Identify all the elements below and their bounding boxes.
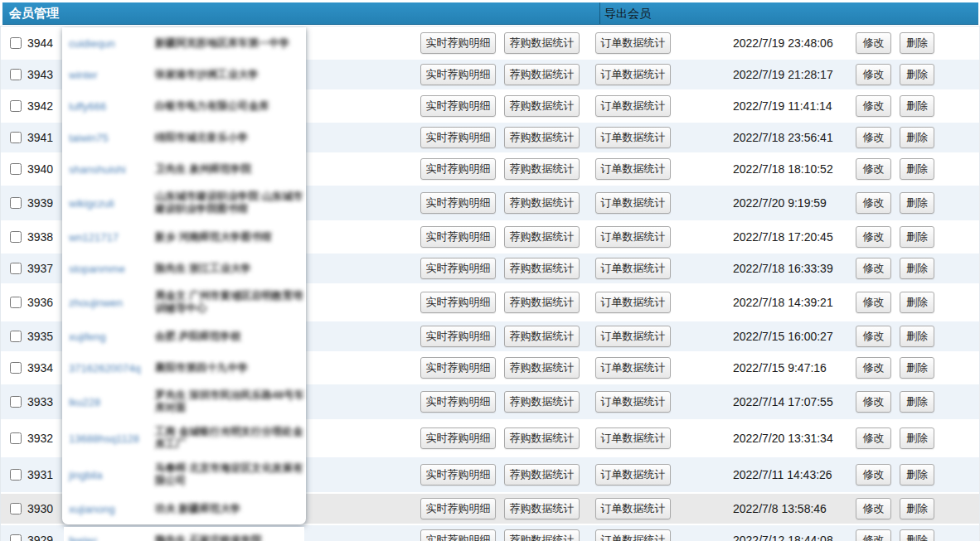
member-username-link[interactable]: zhoujinwen <box>69 297 123 309</box>
purchase-stats-button[interactable]: 荐购数据统计 <box>504 32 580 54</box>
member-username-link[interactable]: winter <box>69 69 98 81</box>
row-checkbox[interactable] <box>10 231 22 243</box>
export-members-button[interactable]: 导出会员 <box>599 2 651 24</box>
row-checkbox[interactable] <box>10 396 22 408</box>
row-checkbox[interactable] <box>10 503 22 514</box>
row-checkbox[interactable] <box>10 197 22 209</box>
delete-button[interactable]: 删除 <box>900 32 934 54</box>
delete-button[interactable]: 删除 <box>900 192 934 214</box>
row-checkbox[interactable] <box>10 534 22 541</box>
member-username-link[interactable]: wn121717 <box>69 231 119 244</box>
row-checkbox[interactable] <box>10 362 22 374</box>
realtime-detail-button[interactable]: 实时荐购明细 <box>420 498 496 519</box>
edit-button[interactable]: 修改 <box>856 391 891 413</box>
purchase-stats-button[interactable]: 荐购数据统计 <box>504 95 580 117</box>
delete-button[interactable]: 删除 <box>900 529 934 541</box>
order-stats-button[interactable]: 订单数据统计 <box>595 357 671 379</box>
delete-button[interactable]: 删除 <box>900 498 934 519</box>
row-checkbox[interactable] <box>10 163 22 175</box>
order-stats-button[interactable]: 订单数据统计 <box>595 127 671 148</box>
realtime-detail-button[interactable]: 实时荐购明细 <box>420 127 496 148</box>
purchase-stats-button[interactable]: 荐购数据统计 <box>504 427 580 449</box>
purchase-stats-button[interactable]: 荐购数据统计 <box>504 192 580 214</box>
edit-button[interactable]: 修改 <box>856 158 891 180</box>
delete-button[interactable]: 删除 <box>900 326 934 347</box>
row-checkbox[interactable] <box>10 100 22 112</box>
member-username-link[interactable]: taiwin75 <box>69 132 109 144</box>
purchase-stats-button[interactable]: 荐购数据统计 <box>504 258 580 279</box>
row-checkbox[interactable] <box>10 469 22 481</box>
realtime-detail-button[interactable]: 实时荐购明细 <box>420 64 496 85</box>
order-stats-button[interactable]: 订单数据统计 <box>595 391 671 413</box>
purchase-stats-button[interactable]: 荐购数据统计 <box>504 326 580 347</box>
realtime-detail-button[interactable]: 实时荐购明细 <box>420 357 496 379</box>
member-username-link[interactable]: stopanmme <box>69 263 125 275</box>
delete-button[interactable]: 删除 <box>900 95 934 117</box>
member-username-link[interactable]: shanshuishi <box>69 163 126 176</box>
edit-button[interactable]: 修改 <box>856 427 891 449</box>
order-stats-button[interactable]: 订单数据统计 <box>595 326 671 347</box>
order-stats-button[interactable]: 订单数据统计 <box>595 192 671 214</box>
purchase-stats-button[interactable]: 荐购数据统计 <box>504 292 580 313</box>
realtime-detail-button[interactable]: 实时荐购明细 <box>420 464 496 485</box>
edit-button[interactable]: 修改 <box>856 292 891 313</box>
order-stats-button[interactable]: 订单数据统计 <box>595 464 671 485</box>
edit-button[interactable]: 修改 <box>856 226 891 248</box>
edit-button[interactable]: 修改 <box>856 192 891 214</box>
realtime-detail-button[interactable]: 实时荐购明细 <box>420 427 496 449</box>
edit-button[interactable]: 修改 <box>856 64 891 85</box>
realtime-detail-button[interactable]: 实时荐购明细 <box>420 391 496 413</box>
delete-button[interactable]: 删除 <box>900 127 934 148</box>
realtime-detail-button[interactable]: 实时荐购明细 <box>420 32 496 54</box>
edit-button[interactable]: 修改 <box>856 498 891 519</box>
order-stats-button[interactable]: 订单数据统计 <box>595 226 671 248</box>
purchase-stats-button[interactable]: 荐购数据统计 <box>504 226 580 248</box>
order-stats-button[interactable]: 订单数据统计 <box>595 427 671 449</box>
order-stats-button[interactable]: 订单数据统计 <box>595 258 671 279</box>
order-stats-button[interactable]: 订单数据统计 <box>595 64 671 85</box>
purchase-stats-button[interactable]: 荐购数据统计 <box>504 391 580 413</box>
delete-button[interactable]: 删除 <box>900 258 934 279</box>
row-checkbox[interactable] <box>10 69 22 80</box>
edit-button[interactable]: 修改 <box>856 464 891 485</box>
edit-button[interactable]: 修改 <box>856 95 891 117</box>
purchase-stats-button[interactable]: 荐购数据统计 <box>504 498 580 519</box>
delete-button[interactable]: 删除 <box>900 64 934 85</box>
member-username-link[interactable]: luffy666 <box>69 100 106 113</box>
edit-button[interactable]: 修改 <box>856 127 891 148</box>
row-checkbox[interactable] <box>10 432 22 444</box>
realtime-detail-button[interactable]: 实时荐购明细 <box>420 226 496 248</box>
delete-button[interactable]: 删除 <box>900 427 934 449</box>
delete-button[interactable]: 删除 <box>900 391 934 413</box>
purchase-stats-button[interactable]: 荐购数据统计 <box>504 529 580 541</box>
row-checkbox[interactable] <box>10 37 22 49</box>
member-username-link[interactable]: wikigczuli <box>69 197 114 210</box>
order-stats-button[interactable]: 订单数据统计 <box>595 529 671 541</box>
edit-button[interactable]: 修改 <box>856 357 891 379</box>
order-stats-button[interactable]: 订单数据统计 <box>595 95 671 117</box>
delete-button[interactable]: 删除 <box>900 464 934 485</box>
order-stats-button[interactable]: 订单数据统计 <box>595 32 671 54</box>
order-stats-button[interactable]: 订单数据统计 <box>595 158 671 180</box>
purchase-stats-button[interactable]: 荐购数据统计 <box>504 127 580 148</box>
order-stats-button[interactable]: 订单数据统计 <box>595 292 671 313</box>
delete-button[interactable]: 删除 <box>900 226 934 248</box>
member-username-link[interactable]: 37162620074q <box>69 362 141 374</box>
row-checkbox[interactable] <box>10 132 22 143</box>
row-checkbox[interactable] <box>10 297 22 308</box>
delete-button[interactable]: 删除 <box>900 158 934 180</box>
edit-button[interactable]: 修改 <box>856 326 891 347</box>
row-checkbox[interactable] <box>10 263 22 274</box>
edit-button[interactable]: 修改 <box>856 32 891 54</box>
realtime-detail-button[interactable]: 实时荐购明细 <box>420 529 496 541</box>
member-username-link[interactable]: xujianong <box>69 503 115 515</box>
purchase-stats-button[interactable]: 荐购数据统计 <box>504 357 580 379</box>
member-username-link[interactable]: cuidiequn <box>69 37 115 50</box>
realtime-detail-button[interactable]: 实时荐购明细 <box>420 326 496 347</box>
row-checkbox[interactable] <box>10 331 22 342</box>
member-username-link[interactable]: jingbila <box>69 469 102 481</box>
purchase-stats-button[interactable]: 荐购数据统计 <box>504 64 580 85</box>
order-stats-button[interactable]: 订单数据统计 <box>595 498 671 519</box>
member-username-link[interactable]: lku228 <box>69 396 100 408</box>
realtime-detail-button[interactable]: 实时荐购明细 <box>420 95 496 117</box>
